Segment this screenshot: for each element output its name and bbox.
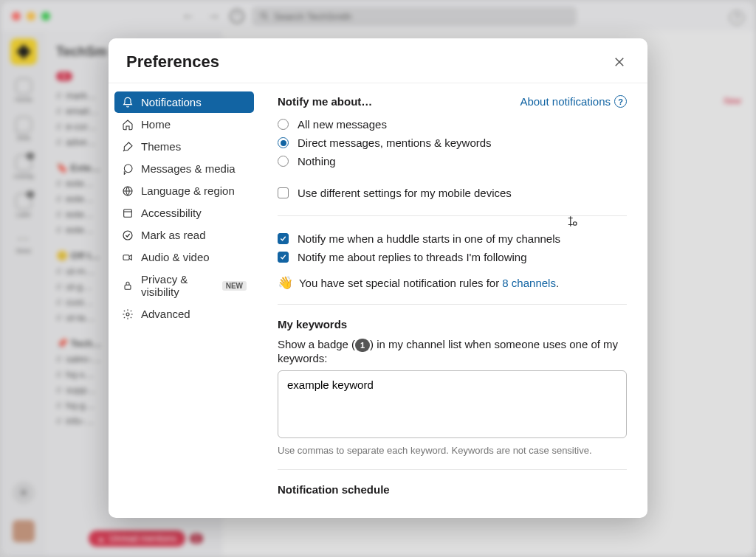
radio-nothing[interactable]: Nothing <box>278 152 627 170</box>
keywords-textarea[interactable]: example keyword <box>278 370 627 438</box>
keywords-description: Show a badge (1) in my channel list when… <box>278 338 627 364</box>
checkbox-label: Use different settings for my mobile dev… <box>298 187 512 199</box>
svg-point-7 <box>123 231 132 240</box>
radio-dm-mentions[interactable]: Direct messages, mentions & keywords <box>278 134 627 152</box>
question-circle-icon: ? <box>614 95 627 108</box>
sidebar-item-themes[interactable]: Themes <box>114 136 254 157</box>
special-rules-note: 👋 You have set special notification rule… <box>278 275 627 291</box>
svg-point-10 <box>126 313 129 316</box>
globe-icon <box>122 185 134 197</box>
radio-icon <box>278 137 289 148</box>
sidebar-item-language-region[interactable]: Language & region <box>114 180 254 201</box>
notify-heading: Notify me about… <box>278 95 372 108</box>
sidebar-item-label: Language & region <box>141 184 235 197</box>
sidebar-item-accessibility[interactable]: Accessibility <box>114 202 254 224</box>
about-link-label: About notifications <box>520 95 611 108</box>
sidebar-item-home[interactable]: Home <box>114 114 254 135</box>
checkbox-label: Notify me about replies to threads I'm f… <box>298 251 527 263</box>
badge-demo-icon: 1 <box>355 339 370 352</box>
home-icon <box>122 119 134 131</box>
new-badge: NEW <box>222 281 247 291</box>
sidebar-item-mark-as-read[interactable]: Mark as read <box>114 224 254 246</box>
sidebar-item-label: Themes <box>141 140 181 153</box>
lock-icon <box>122 280 134 291</box>
checkbox-huddle-notify[interactable]: Notify me when a huddle starts in one of… <box>278 229 627 248</box>
channels-link[interactable]: 8 channels <box>502 277 556 289</box>
svg-rect-8 <box>123 255 129 260</box>
sidebar-item-label: Notifications <box>141 96 202 108</box>
bell-icon <box>122 97 134 108</box>
radio-label: Nothing <box>298 155 336 167</box>
schedule-heading: Notification schedule <box>278 483 627 496</box>
preferences-modal: Preferences Notifications Home Themes Me… <box>109 38 647 518</box>
preferences-sidebar: Notifications Home Themes Messages & med… <box>109 83 260 518</box>
brush-icon <box>122 141 134 153</box>
section-divider <box>278 304 627 305</box>
gear-icon <box>122 308 134 320</box>
sidebar-item-label: Mark as read <box>141 229 206 241</box>
checkbox-label: Notify me when a huddle starts in one of… <box>298 232 560 245</box>
svg-rect-5 <box>124 209 132 217</box>
checkbox-icon <box>278 233 289 244</box>
radio-icon <box>278 156 289 167</box>
close-icon <box>613 55 626 69</box>
radio-all-messages[interactable]: All new messages <box>278 115 627 134</box>
about-notifications-link[interactable]: About notifications ? <box>520 95 627 108</box>
checkbox-mobile-settings[interactable]: Use different settings for my mobile dev… <box>278 184 627 202</box>
sidebar-item-label: Audio & video <box>141 251 210 263</box>
sidebar-item-label: Accessibility <box>141 207 202 219</box>
sidebar-item-advanced[interactable]: Advanced <box>114 303 254 325</box>
radio-icon <box>278 119 289 130</box>
radio-label: Direct messages, mentions & keywords <box>298 136 492 149</box>
section-divider <box>278 215 627 216</box>
sidebar-item-label: Messages & media <box>141 162 236 175</box>
sidebar-item-messages-media[interactable]: Messages & media <box>114 158 254 179</box>
keywords-heading: My keywords <box>278 318 627 331</box>
sidebar-item-privacy-visibility[interactable]: Privacy & visibility NEW <box>114 269 254 302</box>
sidebar-item-label: Home <box>141 118 171 131</box>
preferences-content: Notify me about… About notifications ? A… <box>260 83 647 518</box>
wave-icon: 👋 <box>278 276 293 290</box>
modal-header: Preferences <box>109 38 647 83</box>
accessibility-icon <box>122 207 134 219</box>
checkbox-thread-replies[interactable]: Notify me about replies to threads I'm f… <box>278 248 627 266</box>
sidebar-item-label: Privacy & visibility <box>141 273 213 298</box>
checkmark-circle-icon <box>122 229 134 241</box>
sidebar-item-label: Advanced <box>141 308 190 320</box>
modal-title: Preferences <box>126 52 219 72</box>
video-icon <box>122 252 134 263</box>
keywords-hint: Use commas to separate each keyword. Key… <box>278 445 627 456</box>
checkbox-icon <box>278 187 289 198</box>
sidebar-item-notifications[interactable]: Notifications <box>114 91 254 113</box>
checkbox-icon <box>278 252 289 263</box>
sidebar-item-audio-video[interactable]: Audio & video <box>114 246 254 268</box>
close-button[interactable] <box>609 52 630 72</box>
radio-label: All new messages <box>298 118 387 131</box>
section-divider <box>278 469 627 470</box>
svg-rect-9 <box>125 285 131 289</box>
message-icon <box>122 163 134 175</box>
